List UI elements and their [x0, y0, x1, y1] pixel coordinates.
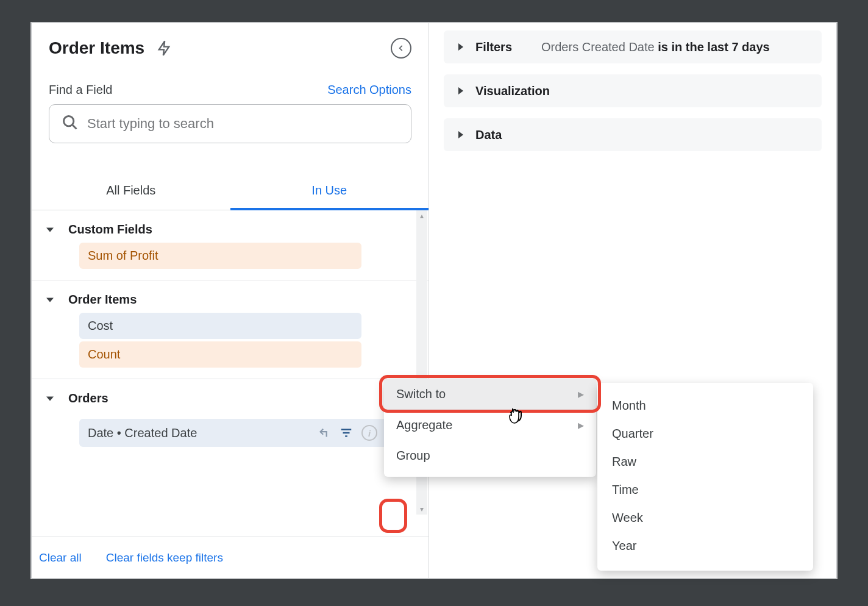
submenu-arrow-icon: ▸ — [578, 387, 584, 401]
info-icon[interactable]: i — [361, 425, 377, 441]
search-input[interactable] — [87, 116, 399, 132]
scroll-down-icon[interactable]: ▾ — [416, 504, 427, 515]
switch-option-raw[interactable]: Raw — [597, 447, 813, 476]
group-order-items: Order Items Cost Count — [32, 280, 429, 379]
group-orders: Orders Date • Created Date i — [32, 379, 429, 458]
caret-down-icon — [43, 296, 57, 304]
svg-marker-3 — [46, 298, 54, 302]
group-title: Order Items — [68, 293, 137, 307]
field-list: ▴ ▾ Custom Fields Sum of Profit — [32, 210, 429, 536]
group-header-order-items[interactable]: Order Items — [32, 289, 429, 313]
caret-down-icon — [43, 226, 57, 233]
section-data[interactable]: Data — [444, 118, 822, 151]
filter-icon[interactable] — [340, 426, 353, 440]
search-box[interactable] — [49, 104, 411, 143]
chevron-right-icon — [456, 131, 467, 138]
pivot-icon[interactable] — [318, 426, 331, 440]
switch-to-submenu: Month Quarter Raw Time Week Year — [597, 383, 813, 571]
search-options-link[interactable]: Search Options — [327, 83, 411, 97]
panel-title-row: Order Items — [32, 23, 429, 61]
footer-actions: Clear all Clear fields keep filters — [32, 536, 429, 578]
field-context-menu: Switch to ▸ Aggregate ▸ Group — [384, 379, 596, 477]
submenu-arrow-icon: ▸ — [578, 418, 584, 432]
group-custom-fields: Custom Fields Sum of Profit — [32, 210, 429, 280]
clear-all-link[interactable]: Clear all — [39, 551, 82, 565]
section-filters[interactable]: Filters Orders Created Date is in the la… — [444, 30, 822, 63]
search-icon — [62, 114, 79, 134]
section-title: Data — [475, 128, 502, 142]
panel-title: Order Items — [49, 38, 144, 58]
svg-marker-10 — [458, 131, 463, 138]
svg-marker-8 — [458, 43, 463, 51]
collapse-panel-button[interactable] — [391, 38, 411, 59]
chevron-right-icon — [456, 87, 467, 94]
menu-item-label: Group — [396, 449, 430, 463]
group-header-custom[interactable]: Custom Fields — [32, 219, 429, 243]
menu-item-switch-to[interactable]: Switch to ▸ — [384, 379, 596, 409]
svg-marker-2 — [46, 227, 54, 232]
svg-point-0 — [64, 116, 74, 126]
section-visualization[interactable]: Visualization — [444, 74, 822, 107]
menu-item-group[interactable]: Group — [384, 440, 596, 471]
svg-marker-4 — [46, 396, 54, 401]
group-title: Orders — [68, 391, 108, 405]
find-field-row: Find a Field Search Options — [32, 61, 429, 104]
bolt-icon — [155, 40, 173, 57]
scroll-up-icon[interactable]: ▴ — [416, 210, 427, 221]
field-sum-of-profit[interactable]: Sum of Profit — [79, 243, 361, 269]
switch-option-quarter[interactable]: Quarter — [597, 419, 813, 447]
menu-item-aggregate[interactable]: Aggregate ▸ — [384, 410, 596, 440]
chevron-right-icon — [456, 43, 467, 51]
group-header-orders[interactable]: Orders — [32, 388, 429, 412]
field-cost[interactable]: Cost — [79, 313, 361, 339]
filters-summary: Orders Created Date is in the last 7 day… — [541, 40, 770, 54]
clear-fields-keep-filters-link[interactable]: Clear fields keep filters — [106, 551, 223, 565]
field-picker-panel: Order Items Find a Field Search Options … — [32, 23, 429, 578]
field-date-created-date[interactable]: Date • Created Date i — [79, 419, 418, 447]
menu-item-label: Aggregate — [396, 418, 452, 432]
field-tabs: All Fields In Use — [32, 170, 429, 210]
find-field-label: Find a Field — [49, 83, 113, 97]
section-title: Visualization — [475, 84, 550, 98]
menu-item-label: Switch to — [396, 387, 446, 401]
field-label: Date • Created Date — [88, 426, 318, 440]
group-title: Custom Fields — [68, 223, 152, 237]
section-title: Filters — [475, 40, 512, 54]
switch-option-time[interactable]: Time — [597, 476, 813, 504]
switch-option-month[interactable]: Month — [597, 391, 813, 419]
caret-down-icon — [43, 395, 57, 402]
switch-option-year[interactable]: Year — [597, 532, 813, 560]
tab-all-fields[interactable]: All Fields — [32, 170, 230, 210]
svg-line-1 — [73, 125, 77, 129]
switch-option-week[interactable]: Week — [597, 504, 813, 532]
svg-marker-9 — [458, 87, 463, 94]
tab-in-use[interactable]: In Use — [230, 170, 429, 210]
field-count[interactable]: Count — [79, 341, 361, 368]
